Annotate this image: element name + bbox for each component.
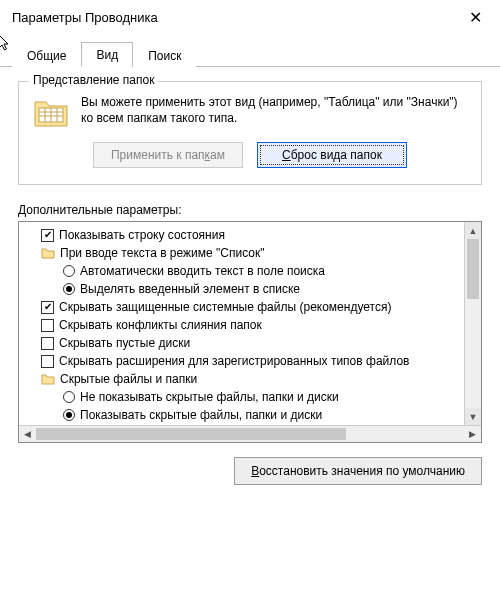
tree-item-label: Показывать строку состояния (59, 228, 225, 242)
tree-item[interactable]: Скрывать пустые диски (21, 334, 462, 352)
group-text: Вы можете применить этот вид (например, … (81, 94, 467, 126)
scroll-thumb-vertical[interactable] (467, 239, 479, 299)
tree-item-label: Не показывать скрытые файлы, папки и дис… (80, 390, 339, 404)
radio-icon[interactable] (63, 283, 75, 295)
tab-view[interactable]: Вид (81, 42, 133, 67)
tree-item-label: Скрывать расширения для зарегистрированн… (59, 354, 409, 368)
radio-icon[interactable] (63, 409, 75, 421)
checkbox-icon[interactable] (41, 229, 54, 242)
tree-item-label: Скрывать конфликты слияния папок (59, 318, 262, 332)
scroll-up-icon[interactable]: ▲ (465, 222, 481, 239)
tab-strip: Общие Вид Поиск (0, 41, 500, 67)
scroll-left-icon[interactable]: ◀ (19, 426, 36, 443)
tree-item-label: Скрывать защищенные системные файлы (рек… (59, 300, 391, 314)
radio-icon[interactable] (63, 265, 75, 277)
titlebar: Параметры Проводника ✕ (0, 0, 500, 33)
window-title: Параметры Проводника (12, 10, 158, 25)
tree-item-label: Выделять введенный элемент в списке (80, 282, 300, 296)
tree-item[interactable]: Показывать скрытые файлы, папки и диски (21, 406, 462, 424)
tree-item-label: Автоматически вводить текст в поле поиск… (80, 264, 325, 278)
tab-general[interactable]: Общие (12, 43, 81, 67)
tree-item[interactable]: Скрывать защищенные системные файлы (рек… (21, 298, 462, 316)
folder-icon (33, 96, 69, 128)
advanced-settings-tree: Показывать строку состоянияПри вводе тек… (18, 221, 482, 443)
tree-item-label: Скрывать пустые диски (59, 336, 190, 350)
tree-item: Скрытые файлы и папки (21, 370, 462, 388)
radio-icon[interactable] (63, 391, 75, 403)
restore-defaults-button[interactable]: Восстановить значения по умолчанию (234, 457, 482, 485)
horizontal-scrollbar[interactable]: ◀ ▶ (19, 425, 481, 442)
group-title: Представление папок (29, 73, 158, 87)
advanced-label: Дополнительные параметры: (18, 203, 482, 217)
vertical-scrollbar[interactable]: ▲ ▼ (464, 222, 481, 425)
checkbox-icon[interactable] (41, 355, 54, 368)
folder-view-group: Представление папок Вы можете применить … (18, 81, 482, 185)
tab-panel-view: Представление папок Вы можете применить … (0, 67, 500, 499)
tree-item-label: Показывать скрытые файлы, папки и диски (80, 408, 322, 422)
tree-item[interactable]: Показывать строку состояния (21, 226, 462, 244)
checkbox-icon[interactable] (41, 337, 54, 350)
reset-folder-view-button[interactable]: Сброс вида папок (257, 142, 407, 168)
apply-to-folders-button: Применить к папкам (93, 142, 243, 168)
close-button[interactable]: ✕ (463, 8, 488, 27)
tree-item[interactable]: Не показывать скрытые файлы, папки и дис… (21, 388, 462, 406)
tree-item[interactable]: Выделять введенный элемент в списке (21, 280, 462, 298)
tree-item[interactable]: Скрывать расширения для зарегистрированн… (21, 352, 462, 370)
scroll-down-icon[interactable]: ▼ (465, 408, 481, 425)
checkbox-icon[interactable] (41, 301, 54, 314)
tab-search[interactable]: Поиск (133, 43, 196, 67)
checkbox-icon[interactable] (41, 319, 54, 332)
tree-item-label: При вводе текста в режиме "Список" (60, 246, 265, 260)
tree-item: При вводе текста в режиме "Список" (21, 244, 462, 262)
scroll-thumb-horizontal[interactable] (36, 428, 346, 440)
tree-item-label: Скрытые файлы и папки (60, 372, 197, 386)
tree-item[interactable]: Автоматически вводить текст в поле поиск… (21, 262, 462, 280)
tree-item[interactable]: Скрывать конфликты слияния папок (21, 316, 462, 334)
scroll-right-icon[interactable]: ▶ (464, 426, 481, 443)
